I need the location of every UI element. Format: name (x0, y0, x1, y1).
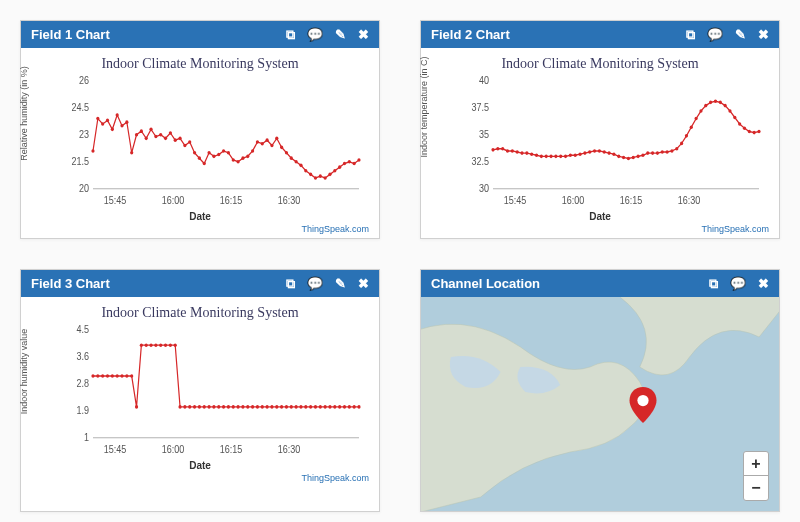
svg-point-11 (96, 117, 99, 121)
svg-point-143 (96, 374, 99, 378)
svg-point-22 (149, 128, 152, 132)
svg-point-120 (704, 104, 707, 108)
svg-point-108 (646, 151, 649, 155)
svg-text:15:45: 15:45 (104, 444, 126, 456)
svg-point-23 (154, 135, 157, 139)
svg-point-112 (666, 150, 669, 154)
svg-point-181 (280, 405, 283, 409)
popout-icon[interactable]: ⧉ (686, 28, 695, 41)
svg-text:35: 35 (479, 129, 489, 141)
svg-point-195 (348, 405, 351, 409)
panel-title: Field 3 Chart (31, 276, 286, 291)
panel-header: Channel Location ⧉ 💬 ✖ (421, 270, 779, 297)
zoom-in-button[interactable]: + (744, 452, 768, 476)
attribution-link[interactable]: ThingSpeak.com (301, 224, 369, 234)
svg-point-76 (491, 148, 494, 152)
svg-point-28 (178, 137, 181, 141)
panel-header: Field 3 Chart ⧉ 💬 ✎ ✖ (21, 270, 379, 297)
svg-point-186 (304, 405, 307, 409)
comment-icon[interactable]: 💬 (307, 28, 323, 41)
svg-point-62 (343, 162, 346, 166)
svg-point-37 (222, 149, 225, 153)
attribution-link[interactable]: ThingSpeak.com (301, 473, 369, 483)
svg-point-78 (501, 147, 504, 151)
chart-plot-area: 2021.52324.52615:4516:0016:1516:30 (65, 74, 365, 209)
close-icon[interactable]: ✖ (758, 277, 769, 290)
svg-point-183 (290, 405, 293, 409)
svg-point-189 (319, 405, 322, 409)
panel-actions: ⧉ 💬 ✎ ✖ (286, 28, 369, 41)
popout-icon[interactable]: ⧉ (286, 277, 295, 290)
map-canvas[interactable]: + − (421, 297, 779, 511)
svg-point-57 (319, 174, 322, 178)
svg-point-182 (285, 405, 288, 409)
comment-icon[interactable]: 💬 (307, 277, 323, 290)
popout-icon[interactable]: ⧉ (286, 28, 295, 41)
svg-point-92 (569, 153, 572, 157)
svg-point-80 (511, 149, 514, 153)
svg-point-130 (753, 131, 756, 135)
svg-point-46 (266, 138, 269, 142)
svg-point-131 (757, 130, 760, 134)
close-icon[interactable]: ✖ (358, 28, 369, 41)
svg-point-54 (304, 169, 307, 173)
svg-point-109 (651, 151, 654, 155)
svg-point-105 (632, 156, 635, 160)
comment-icon[interactable]: 💬 (707, 28, 723, 41)
panel-header: Field 1 Chart ⧉ 💬 ✎ ✖ (21, 21, 379, 48)
x-axis-label: Date (427, 211, 773, 222)
svg-point-39 (232, 158, 235, 162)
svg-text:21.5: 21.5 (72, 156, 89, 168)
svg-point-21 (145, 137, 148, 141)
svg-point-17 (125, 120, 128, 124)
svg-text:30: 30 (479, 183, 489, 195)
svg-point-162 (188, 405, 191, 409)
svg-point-36 (217, 153, 220, 157)
svg-point-116 (685, 134, 688, 138)
svg-point-142 (91, 374, 94, 378)
svg-point-107 (641, 153, 644, 157)
svg-point-77 (496, 147, 499, 151)
edit-icon[interactable]: ✎ (735, 28, 746, 41)
svg-point-87 (545, 155, 548, 159)
svg-point-27 (174, 138, 177, 142)
svg-point-19 (135, 133, 138, 137)
svg-point-121 (709, 101, 712, 105)
attribution-link[interactable]: ThingSpeak.com (701, 224, 769, 234)
svg-text:1: 1 (84, 432, 89, 444)
svg-text:16:30: 16:30 (678, 195, 700, 207)
svg-point-26 (169, 131, 172, 135)
svg-point-199 (637, 395, 648, 406)
svg-point-45 (261, 142, 264, 146)
close-icon[interactable]: ✖ (358, 277, 369, 290)
svg-point-126 (733, 116, 736, 120)
edit-icon[interactable]: ✎ (335, 277, 346, 290)
chart-plot-area: 11.92.83.64.515:4516:0016:1516:30 (65, 323, 365, 458)
map-terrain (421, 297, 779, 511)
svg-point-193 (338, 405, 341, 409)
svg-point-127 (738, 122, 741, 126)
svg-point-32 (198, 156, 201, 160)
svg-point-82 (520, 151, 523, 155)
edit-icon[interactable]: ✎ (335, 28, 346, 41)
chart-title: Indoor Climate Monitoring System (27, 305, 373, 321)
svg-point-98 (598, 149, 601, 153)
svg-text:23: 23 (79, 129, 89, 141)
close-icon[interactable]: ✖ (758, 28, 769, 41)
svg-point-99 (603, 150, 606, 154)
svg-point-180 (275, 405, 278, 409)
svg-point-145 (106, 374, 109, 378)
svg-point-31 (193, 151, 196, 155)
svg-point-65 (357, 158, 360, 162)
svg-point-166 (207, 405, 210, 409)
comment-icon[interactable]: 💬 (730, 277, 746, 290)
svg-point-119 (699, 109, 702, 113)
svg-point-14 (111, 128, 114, 132)
zoom-out-button[interactable]: − (744, 476, 768, 500)
svg-point-174 (246, 405, 249, 409)
svg-point-110 (656, 151, 659, 155)
svg-point-147 (116, 374, 119, 378)
popout-icon[interactable]: ⧉ (709, 277, 718, 290)
svg-point-190 (324, 405, 327, 409)
svg-point-161 (183, 405, 186, 409)
